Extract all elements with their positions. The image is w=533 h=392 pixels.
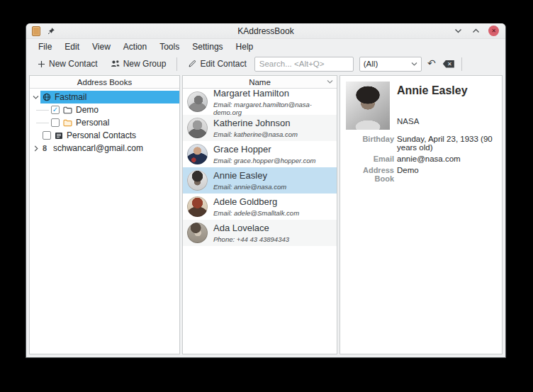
- clear-search-button[interactable]: ✕: [442, 57, 456, 71]
- undo-icon: ↶: [427, 58, 436, 68]
- contact-row-margaret-hamilton[interactable]: Margaret Hamilton Email: margaret.hamilt…: [183, 89, 337, 115]
- avatar: [187, 118, 208, 138]
- field-label-address-book: Address Book: [346, 166, 394, 183]
- contact-detail: Phone: +44 43 43894343: [213, 235, 289, 243]
- chevron-down-icon[interactable]: [31, 95, 40, 99]
- contact-details-pane: Annie Easley NASA Birthday Sunday, April…: [340, 75, 503, 354]
- address-books-header[interactable]: Address Books: [30, 76, 179, 89]
- chevron-right-icon[interactable]: [31, 145, 40, 152]
- contact-name: Ada Lovelace: [213, 223, 289, 233]
- menu-action[interactable]: Action: [117, 40, 153, 53]
- search-input[interactable]: [254, 57, 354, 72]
- globe-icon: [43, 93, 51, 101]
- contact-organization: NASA: [397, 117, 496, 130]
- sidebar-item-gmail[interactable]: 8 schwancarl@gmail.com: [30, 142, 179, 155]
- minimize-button[interactable]: [453, 26, 464, 36]
- contact-name: Grace Hopper: [213, 144, 315, 155]
- toolbar: New Contact New Group Edit Contact (All)…: [26, 54, 505, 74]
- google-account-icon: 8: [43, 144, 50, 152]
- close-button[interactable]: ✕: [488, 26, 499, 36]
- folder-icon: [63, 106, 72, 114]
- titlebar[interactable]: KAddressBook ✕: [26, 23, 505, 39]
- toolbar-separator: [461, 57, 462, 71]
- avatar: [187, 144, 208, 164]
- contact-details: Annie Easley NASA Birthday Sunday, April…: [340, 76, 502, 189]
- contact-row-grace-hopper[interactable]: Grace Hopper Email: grace.hopper@hopper.…: [183, 141, 337, 167]
- checkbox-unchecked[interactable]: [51, 118, 60, 127]
- name-column-header[interactable]: Name: [183, 76, 337, 89]
- main-area: Address Books Fastmail: [26, 74, 505, 357]
- address-books-tree: Fastmail ✓ Demo: [30, 89, 179, 155]
- address-book-icon: [55, 132, 63, 140]
- plus-icon: [38, 60, 45, 68]
- pin-icon[interactable]: [47, 27, 55, 35]
- contact-name: Katherine Johnson: [213, 118, 298, 128]
- contact-detail: Email: annie@nasa.com: [213, 183, 286, 191]
- sidebar-item-label: Personal Contacts: [67, 130, 136, 140]
- toolbar-separator: [176, 57, 177, 71]
- sidebar-item-label: schwancarl@gmail.com: [53, 143, 143, 153]
- menu-settings[interactable]: Settings: [186, 40, 229, 53]
- field-value-email[interactable]: annie@nasa.com: [397, 155, 496, 163]
- contact-photo: [346, 82, 390, 130]
- sidebar-item-demo[interactable]: ✓ Demo: [30, 103, 179, 116]
- menubar: File Edit View Action Tools Settings Hel…: [26, 39, 505, 54]
- kaddressbook-window: KAddressBook ✕ File Edit View Action Too…: [26, 23, 506, 358]
- contact-row-katherine-johnson[interactable]: Katherine Johnson Email: katherine@nasa.…: [183, 115, 337, 141]
- avatar: [187, 196, 208, 217]
- group-icon: [111, 60, 120, 68]
- sidebar-item-personal[interactable]: Personal: [30, 116, 179, 129]
- app-icon: [32, 26, 40, 36]
- sidebar-item-label: Demo: [76, 105, 99, 115]
- maximize-button[interactable]: [471, 26, 481, 36]
- edit-contact-button[interactable]: Edit Contact: [183, 57, 251, 71]
- sidebar-item-personal-contacts[interactable]: Personal Contacts: [30, 129, 179, 142]
- sidebar-item-fastmail[interactable]: Fastmail: [30, 91, 179, 103]
- undo-search-button[interactable]: ↶: [425, 57, 439, 71]
- tree-guide: [36, 123, 49, 123]
- contact-name: Annie Easley: [213, 170, 286, 181]
- chevron-down-icon[interactable]: [327, 79, 333, 84]
- avatar: [187, 91, 208, 112]
- contact-name: Margaret Hamilton: [213, 89, 332, 99]
- address-books-pane: Address Books Fastmail: [29, 75, 180, 354]
- filter-dropdown[interactable]: (All): [359, 57, 422, 72]
- menu-file[interactable]: File: [32, 40, 58, 53]
- clear-text-icon: ✕: [443, 60, 454, 68]
- contact-list: Margaret Hamilton Email: margaret.hamilt…: [183, 89, 337, 354]
- contact-detail: Email: katherine@nasa.com: [213, 130, 298, 138]
- new-contact-button[interactable]: New Contact: [33, 57, 103, 71]
- field-label-birthday: Birthday: [346, 135, 394, 152]
- folder-icon: [63, 119, 72, 127]
- field-value-address-book: Demo: [397, 166, 496, 183]
- sidebar-item-label: Fastmail: [55, 92, 86, 102]
- avatar: [187, 170, 208, 191]
- chevron-down-icon: [411, 62, 417, 66]
- contact-name: Adele Goldberg: [213, 196, 299, 207]
- contact-row-ada-lovelace[interactable]: Ada Lovelace Phone: +44 43 43894343: [183, 220, 337, 246]
- menu-edit[interactable]: Edit: [58, 40, 86, 53]
- checkbox-unchecked[interactable]: [43, 131, 51, 140]
- menu-view[interactable]: View: [86, 40, 117, 53]
- tree-guide: [36, 110, 49, 111]
- menu-tools[interactable]: Tools: [153, 40, 186, 53]
- pencil-icon: [188, 60, 196, 68]
- contact-row-annie-easley[interactable]: Annie Easley Email: annie@nasa.com: [183, 167, 337, 194]
- new-group-button[interactable]: New Group: [106, 57, 172, 71]
- contact-list-pane: Name Margaret Hamilton Email: margaret.h…: [182, 75, 337, 354]
- contact-detail: Email: adele@Smalltalk.com: [213, 209, 299, 217]
- field-value-birthday: Sunday, April 23, 1933 (90 years old): [397, 135, 496, 152]
- field-label-email: Email: [346, 155, 394, 163]
- contact-row-adele-goldberg[interactable]: Adele Goldberg Email: adele@Smalltalk.co…: [183, 194, 337, 220]
- checkbox-checked[interactable]: ✓: [51, 106, 60, 114]
- menu-help[interactable]: Help: [230, 40, 260, 53]
- contact-detail-name: Annie Easley: [397, 84, 496, 101]
- contact-detail: Email: grace.hopper@hopper.com: [213, 157, 315, 164]
- avatar: [187, 223, 208, 243]
- sidebar-item-label: Personal: [76, 118, 109, 128]
- contact-detail: Email: margaret.hamilton@nasa-demo.org: [213, 101, 332, 116]
- window-title: KAddressBook: [26, 26, 505, 36]
